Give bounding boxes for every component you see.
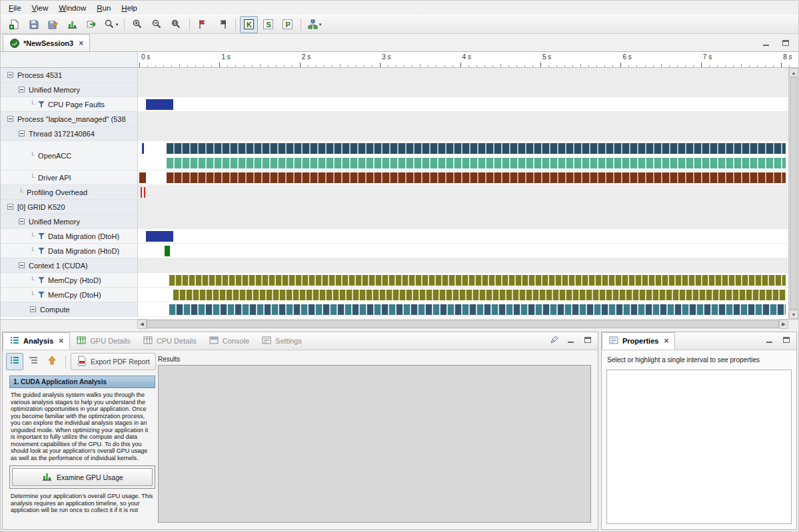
timeline-row-header[interactable]: └Data Migration (DtoH) xyxy=(1,229,137,244)
collapse-toggle-icon[interactable] xyxy=(7,116,13,122)
scroll-right-icon[interactable]: ▶ xyxy=(779,320,788,329)
filter-icon[interactable] xyxy=(38,276,45,284)
process-toggle-button[interactable]: P xyxy=(279,16,297,33)
menu-window[interactable]: Window xyxy=(53,2,91,14)
timeline-track[interactable] xyxy=(137,214,798,229)
tab-cpu-details[interactable]: CPU Details xyxy=(137,332,203,350)
timeline-row-header[interactable]: Unified Memory xyxy=(1,83,137,97)
save-as-button[interactable] xyxy=(44,16,62,33)
scroll-down-icon[interactable]: ▼ xyxy=(789,310,798,319)
timeline-interval-bar[interactable] xyxy=(169,304,786,315)
timeline-interval-bar[interactable] xyxy=(144,187,145,198)
timeline-row-header[interactable]: └OpenACC xyxy=(1,141,137,170)
timeline-row-header[interactable]: └Data Migration (HtoD) xyxy=(1,244,137,258)
view-menu-icon[interactable] xyxy=(550,335,559,347)
minimize-icon[interactable] xyxy=(567,335,576,347)
filter-icon[interactable] xyxy=(38,247,45,254)
timeline-interval-bar[interactable] xyxy=(167,143,786,154)
kernel-toggle-button[interactable]: K xyxy=(240,16,258,33)
session-tab[interactable]: *NewSession3 × xyxy=(3,34,90,51)
collapse-toggle-icon[interactable] xyxy=(30,306,36,312)
collapse-toggle-icon[interactable] xyxy=(7,72,13,78)
timeline-interval-bar[interactable] xyxy=(141,187,142,198)
timeline-track[interactable] xyxy=(137,97,798,112)
save-button[interactable] xyxy=(25,16,43,33)
profile-chart-button[interactable] xyxy=(63,16,81,33)
timeline-track[interactable] xyxy=(137,170,798,185)
timeline-row-header[interactable]: Compute xyxy=(1,302,137,317)
timeline-track[interactable] xyxy=(137,244,798,258)
timeline-interval-bar[interactable] xyxy=(167,158,786,168)
close-tab-icon[interactable]: × xyxy=(664,336,668,346)
timeline-row-header[interactable]: └Driver API xyxy=(1,170,137,185)
timeline-interval-bar[interactable] xyxy=(173,290,786,300)
timeline-track[interactable] xyxy=(137,141,798,170)
timeline-interval-bar[interactable] xyxy=(146,231,173,242)
timeline-track[interactable] xyxy=(137,68,798,83)
maximize-icon[interactable] xyxy=(782,335,791,347)
collapse-toggle-icon[interactable] xyxy=(19,131,25,136)
menu-run[interactable]: Run xyxy=(91,2,116,14)
timeline-row-header[interactable]: └MemCpy (HtoD) xyxy=(1,273,137,288)
timeline-track[interactable] xyxy=(137,112,798,127)
timeline-interval-bar[interactable] xyxy=(165,246,170,256)
timeline-row-header[interactable]: Process "laplace_managed" (538 xyxy=(1,112,137,127)
timeline-row-header[interactable]: Unified Memory xyxy=(1,214,137,229)
timeline-track[interactable] xyxy=(137,200,798,214)
search-dropdown-button[interactable]: ▾ xyxy=(102,16,120,33)
timeline-row-header[interactable]: └MemCpy (DtoH) xyxy=(1,288,137,302)
vertical-scrollbar[interactable]: ▲ ▼ xyxy=(788,68,798,319)
unguided-analysis-view-button[interactable] xyxy=(25,353,42,370)
timeline-interval-bar[interactable] xyxy=(139,172,146,183)
timeline-track[interactable] xyxy=(137,302,798,317)
scroll-left-icon[interactable]: ◀ xyxy=(137,320,147,329)
minimize-icon[interactable] xyxy=(762,39,771,47)
collapse-toggle-icon[interactable] xyxy=(19,262,25,268)
tab-properties[interactable]: Properties × xyxy=(602,332,675,350)
new-session-button[interactable] xyxy=(5,16,23,33)
filter-icon[interactable] xyxy=(38,232,45,240)
timeline-interval-bar[interactable] xyxy=(169,275,786,286)
timeline-track[interactable] xyxy=(137,288,798,302)
import-button[interactable] xyxy=(83,16,101,33)
close-tab-icon[interactable]: × xyxy=(79,39,83,48)
timeline-track[interactable] xyxy=(137,229,798,244)
tab-analysis[interactable]: Analysis× xyxy=(3,332,70,350)
timeline-row-header[interactable]: └CPU Page Faults xyxy=(1,97,137,112)
export-pdf-report-button[interactable]: Export PDF Report xyxy=(71,353,156,370)
timeline-track[interactable] xyxy=(137,83,798,97)
zoom-out-button[interactable] xyxy=(148,16,166,33)
timeline-row-header[interactable]: Context 1 (CUDA) xyxy=(1,258,137,273)
examine-gpu-usage-button[interactable]: Examine GPU Usage xyxy=(12,468,153,486)
collapse-toggle-icon[interactable] xyxy=(19,218,25,224)
time-ruler[interactable]: 0 s1 s2 s3 s4 s5 s6 s7 s8 s xyxy=(137,52,798,68)
goto-end-marker-button[interactable] xyxy=(213,16,231,33)
maximize-icon[interactable] xyxy=(782,39,790,47)
collapse-toggle-icon[interactable] xyxy=(19,87,25,93)
guided-analysis-view-button[interactable] xyxy=(6,353,23,370)
zoom-in-button[interactable] xyxy=(129,16,147,33)
timeline-track[interactable] xyxy=(137,185,798,200)
tab-console[interactable]: Console xyxy=(203,332,255,350)
menu-view[interactable]: View xyxy=(27,2,54,14)
analysis-tools-button[interactable]: ▾ xyxy=(305,16,323,33)
timeline-track[interactable] xyxy=(137,258,798,273)
menu-file[interactable]: File xyxy=(3,2,27,14)
timeline-track[interactable] xyxy=(137,273,798,288)
tab-gpu-details[interactable]: GPU Details xyxy=(70,332,137,350)
collapse-toggle-icon[interactable] xyxy=(7,204,13,210)
goto-start-marker-button[interactable] xyxy=(194,16,212,33)
timeline-interval-bar[interactable] xyxy=(146,99,173,110)
tab-settings[interactable]: Settings xyxy=(255,332,308,350)
scroll-up-icon[interactable]: ▲ xyxy=(789,68,798,77)
filter-icon[interactable] xyxy=(38,101,45,108)
timeline-row-header[interactable]: Thread 3172140864 xyxy=(1,127,137,141)
timeline-track[interactable] xyxy=(137,127,798,141)
horizontal-scrollbar[interactable]: ◀ ▶ xyxy=(137,320,788,329)
horizontal-scroll-thumb[interactable] xyxy=(147,320,779,328)
timeline-interval-bar[interactable] xyxy=(142,143,143,154)
filter-icon[interactable] xyxy=(38,291,45,298)
timeline-row-header[interactable]: Process 4531 xyxy=(1,68,137,83)
minimize-icon[interactable] xyxy=(766,335,774,347)
close-tab-icon[interactable]: × xyxy=(59,336,63,346)
